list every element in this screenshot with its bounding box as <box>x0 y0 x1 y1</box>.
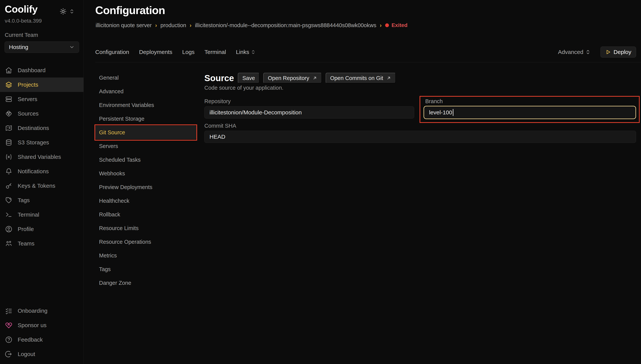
open-repository-label: Open Repository <box>268 75 309 81</box>
server-icon <box>5 96 12 103</box>
save-label: Save <box>242 75 255 81</box>
tag-icon <box>5 197 12 204</box>
breadcrumb-project[interactable]: illicitonion quote server <box>96 22 152 28</box>
open-repository-button[interactable]: Open Repository <box>263 73 322 84</box>
commit-sha-input[interactable]: HEAD <box>204 131 636 143</box>
user-circle-icon <box>5 226 12 233</box>
sidebar-item-label: Feedback <box>18 336 43 343</box>
main-content: Configuration illicitonion quote server … <box>84 0 641 364</box>
sidebar-nav: Dashboard Projects Servers Sources Desti… <box>0 63 84 251</box>
open-commits-button[interactable]: Open Commits on Git <box>326 73 396 84</box>
external-link-icon <box>312 76 317 80</box>
theme-sun-icon[interactable] <box>60 8 67 15</box>
subnav-label: Git Source <box>99 130 125 136</box>
sidebar-item-label: Sources <box>18 110 39 117</box>
sidebar-item-dashboard[interactable]: Dashboard <box>0 63 84 78</box>
sidebar-item-projects[interactable]: Projects <box>0 78 84 92</box>
breadcrumb-environment[interactable]: production <box>161 22 186 28</box>
subnav-item-resource-limits[interactable]: Resource Limits <box>95 221 196 235</box>
repository-label: Repository <box>204 98 231 104</box>
sidebar-item-logout[interactable]: Logout <box>0 347 84 361</box>
repository-value: illicitestonion/Module-Decomposition <box>210 109 302 116</box>
subnav-item-healthcheck[interactable]: Healthcheck <box>95 194 196 208</box>
subnav-item-danger-zone[interactable]: Danger Zone <box>95 276 196 290</box>
heart-icon <box>5 322 12 329</box>
subnav-label: General <box>99 75 119 81</box>
sidebar-item-label: Terminal <box>18 212 39 218</box>
branch-input[interactable]: level-100 <box>423 106 636 119</box>
subnav-item-persistent-storage[interactable]: Persistent Storage <box>95 112 196 126</box>
subnav-label: Healthcheck <box>99 198 130 204</box>
layers-icon <box>5 81 12 88</box>
subnav-label: Persistent Storage <box>99 116 145 122</box>
subnav-item-preview-deployments[interactable]: Preview Deployments <box>95 180 196 194</box>
tab-deployments[interactable]: Deployments <box>139 49 172 55</box>
subnav-item-git-source[interactable]: Git Source <box>95 126 196 139</box>
sidebar-item-label: Projects <box>18 82 38 88</box>
subnav-label: Rollback <box>99 212 120 218</box>
subnav-item-metrics[interactable]: Metrics <box>95 249 196 262</box>
subnav-item-resource-operations[interactable]: Resource Operations <box>95 235 196 249</box>
subnav-item-rollback[interactable]: Rollback <box>95 208 196 221</box>
tab-label: Deployments <box>139 49 172 55</box>
sidebar-item-tags[interactable]: Tags <box>0 193 84 208</box>
advanced-menu[interactable]: Advanced <box>558 49 590 55</box>
branch-label: Branch <box>425 98 443 104</box>
home-icon <box>5 67 12 74</box>
team-select[interactable]: Hosting <box>5 42 79 53</box>
subnav-item-webhooks[interactable]: Webhooks <box>95 166 196 180</box>
subnav-label: Danger Zone <box>99 280 131 286</box>
tab-configuration[interactable]: Configuration <box>95 49 129 55</box>
subnav-label: Metrics <box>99 252 117 259</box>
help-circle-icon <box>5 336 12 343</box>
terminal-icon <box>5 211 12 218</box>
deploy-button[interactable]: Deploy <box>600 46 636 58</box>
tab-links[interactable]: Links <box>236 49 256 55</box>
sidebar-item-label: Servers <box>18 96 37 102</box>
subnav-item-advanced[interactable]: Advanced <box>95 84 196 98</box>
breadcrumb: illicitonion quote server › production ›… <box>96 21 408 29</box>
sidebar-item-label: Dashboard <box>18 67 46 74</box>
sidebar-item-notifications[interactable]: Notifications <box>0 164 84 178</box>
theme-switcher-chevrons-icon[interactable] <box>69 9 75 14</box>
tab-label: Links <box>236 49 249 55</box>
subnav-item-environment-variables[interactable]: Environment Variables <box>95 98 196 112</box>
sidebar-item-label: Shared Variables <box>18 154 61 160</box>
sidebar-item-feedback[interactable]: Feedback <box>0 332 84 347</box>
bell-icon <box>5 168 12 175</box>
sidebar-item-servers[interactable]: Servers <box>0 92 84 106</box>
status-dot-icon <box>385 23 389 27</box>
sidebar-item-label: Profile <box>18 226 34 232</box>
subnav-item-general[interactable]: General <box>95 71 196 84</box>
sidebar-item-terminal[interactable]: Terminal <box>0 208 84 222</box>
external-link-icon <box>386 76 391 80</box>
subnav-label: Advanced <box>99 88 124 94</box>
sidebar-item-teams[interactable]: Teams <box>0 236 84 251</box>
sidebar-item-keys-tokens[interactable]: Keys & Tokens <box>0 178 84 193</box>
sidebar-item-profile[interactable]: Profile <box>0 222 84 236</box>
settings-subnav: General Advanced Environment Variables P… <box>95 71 196 290</box>
tab-logs[interactable]: Logs <box>182 49 195 55</box>
subnav-item-scheduled-tasks[interactable]: Scheduled Tasks <box>95 153 196 166</box>
subnav-label: Environment Variables <box>99 102 154 108</box>
tab-terminal[interactable]: Terminal <box>205 49 226 55</box>
sidebar-item-shared-variables[interactable]: Shared Variables <box>0 150 84 164</box>
sidebar-item-sponsor-us[interactable]: Sponsor us <box>0 318 84 332</box>
breadcrumb-application[interactable]: illicitestonion/-module--decomposition:m… <box>195 22 376 28</box>
sidebar-item-s3-storages[interactable]: S3 Storages <box>0 135 84 150</box>
play-icon <box>605 49 611 55</box>
sidebar-item-destinations[interactable]: Destinations <box>0 121 84 135</box>
app-logo[interactable]: Coolify <box>5 4 38 15</box>
team-select-value: Hosting <box>9 44 28 50</box>
chevrons-up-down-icon <box>251 50 256 54</box>
status-badge: Exited <box>385 22 408 28</box>
subnav-item-tags[interactable]: Tags <box>95 262 196 276</box>
repository-input[interactable]: illicitestonion/Module-Decomposition <box>204 106 414 118</box>
sidebar-item-label: S3 Storages <box>18 139 49 146</box>
sidebar-item-sources[interactable]: Sources <box>0 106 84 121</box>
save-button[interactable]: Save <box>238 73 260 84</box>
tab-label: Terminal <box>205 49 226 55</box>
subnav-item-servers[interactable]: Servers <box>95 139 196 153</box>
deploy-label: Deploy <box>614 49 631 55</box>
sidebar-item-onboarding[interactable]: Onboarding <box>0 304 84 318</box>
